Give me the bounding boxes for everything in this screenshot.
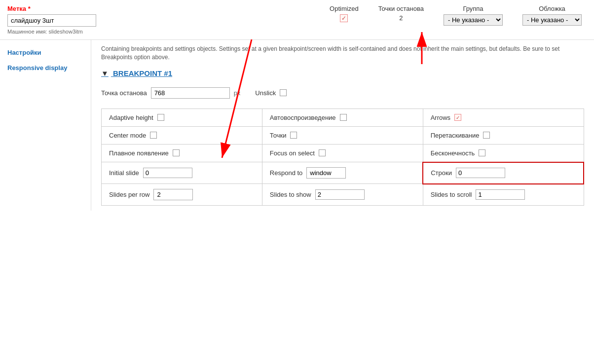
collapse-arrow: ▼ <box>101 69 109 77</box>
table-row: Плавное появление Focus on select <box>102 144 584 162</box>
cell-center-mode: Center mode <box>102 126 262 144</box>
cell-adaptive-height: Adaptive height <box>102 109 262 126</box>
table-row: Adaptive height Автовоспроизведение <box>102 109 584 126</box>
infinite-checkbox[interactable] <box>479 149 485 156</box>
cover-select[interactable]: - Не указано - <box>522 14 582 26</box>
cell-autoplay: Автовоспроизведение <box>262 109 423 126</box>
cell-rows: Строки <box>423 162 584 184</box>
slides-to-show-label: Slides to show <box>270 191 311 198</box>
center-mode-label: Center mode <box>109 132 146 139</box>
slides-per-row-label: Slides per row <box>109 191 149 198</box>
adaptive-height-checkbox[interactable] <box>157 114 164 121</box>
cell-infinite: Бесконечность <box>423 144 584 162</box>
slides-per-row-input[interactable] <box>153 189 193 200</box>
cell-slides-per-row: Slides per row <box>102 184 262 206</box>
table-row: Initial slide Respond to <box>102 162 584 184</box>
dragging-label: Перетаскивание <box>431 132 480 139</box>
respond-to-label: Respond to <box>270 169 303 177</box>
adaptive-height-label: Adaptive height <box>109 114 153 121</box>
cell-focus-select: Focus on select <box>262 144 423 162</box>
unslick-field: Unslick <box>255 89 287 97</box>
rows-input[interactable] <box>456 168 496 178</box>
respond-to-input[interactable] <box>306 167 346 179</box>
slides-to-show-input[interactable] <box>316 190 355 199</box>
cell-slides-to-scroll: Slides to scroll <box>423 184 584 206</box>
breakpoint-title[interactable]: ▼ BREAKPOINT #1 <box>101 69 584 77</box>
dragging-checkbox[interactable] <box>483 132 490 139</box>
unslick-checkbox[interactable] <box>280 89 287 96</box>
content-area: Containing breakpoints and settings obje… <box>91 40 594 211</box>
fade-checkbox[interactable] <box>173 149 180 156</box>
autoplay-checkbox[interactable] <box>340 114 347 121</box>
description-text: Containing breakpoints and settings obje… <box>101 45 584 62</box>
focus-select-label: Focus on select <box>270 149 315 157</box>
arrows-checkbox[interactable]: ✓ <box>454 114 461 121</box>
optimized-control: Optimized ✓ <box>330 5 359 22</box>
initial-slide-input[interactable] <box>144 168 183 178</box>
fade-label: Плавное появление <box>109 149 169 157</box>
dots-label: Точки <box>270 132 287 139</box>
cover-control: Обложка - Не указано - <box>522 5 582 26</box>
slides-to-scroll-input[interactable] <box>476 190 516 199</box>
cell-respond-to: Respond to <box>262 162 423 184</box>
sidebar-item-nastroyki[interactable]: Настройки <box>0 45 91 60</box>
breakpoint-field: Точка останова px <box>101 87 240 99</box>
infinite-label: Бесконечность <box>431 149 475 157</box>
cell-dragging: Перетаскивание <box>423 126 584 144</box>
group-select[interactable]: - Не указано - <box>444 14 503 26</box>
settings-grid: Adaptive height Автовоспроизведение <box>101 109 584 206</box>
unslick-label: Unslick <box>255 89 276 97</box>
arrows-label: Arrows <box>431 114 450 121</box>
autoplay-label: Автовоспроизведение <box>270 114 336 121</box>
initial-slide-label: Initial slide <box>109 169 139 177</box>
machine-name: Машинное имя: slideshow3itm <box>7 29 96 35</box>
breakpoint-header-row: Точка останова px Unslick <box>101 87 584 99</box>
metka-input[interactable] <box>7 14 96 27</box>
breakpoints-value: 2 <box>399 14 403 22</box>
slides-to-scroll-label: Slides to scroll <box>431 191 472 198</box>
cell-dots: Точки <box>262 126 423 144</box>
rows-label: Строки <box>431 169 452 177</box>
dots-checkbox[interactable] <box>290 132 297 139</box>
px-unit: px <box>234 89 241 97</box>
sidebar: Настройки Responsive display <box>0 40 91 211</box>
metka-label: Метка * <box>7 5 96 12</box>
table-row: Slides per row Slides to show <box>102 184 584 206</box>
breakpoint-label: Точка останова <box>101 89 147 97</box>
optimized-checkbox[interactable]: ✓ <box>340 14 348 22</box>
focus-select-checkbox[interactable] <box>319 149 326 156</box>
center-mode-checkbox[interactable] <box>150 132 157 139</box>
group-control: Группа - Не указано - <box>444 5 503 26</box>
table-row: Center mode Точки Пере <box>102 126 584 144</box>
cell-arrows: Arrows ✓ <box>423 109 584 126</box>
cell-slides-to-show: Slides to show <box>262 184 423 206</box>
sidebar-item-responsive[interactable]: Responsive display <box>0 60 91 75</box>
cell-initial-slide: Initial slide <box>102 162 262 184</box>
breakpoint-value-input[interactable] <box>151 87 230 99</box>
breakpoints-control: Точки останова 2 <box>378 5 424 22</box>
cell-fade: Плавное появление <box>102 144 262 162</box>
